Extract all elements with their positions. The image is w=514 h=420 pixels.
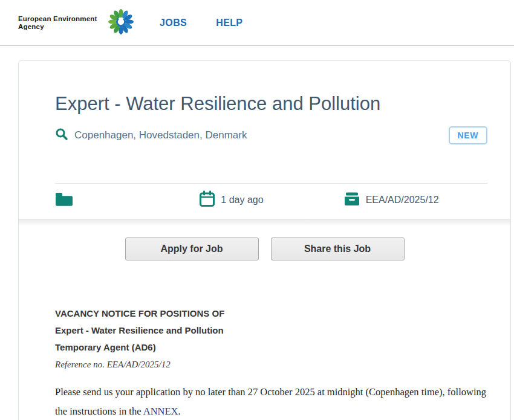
deadline-text-end: . [178,405,181,417]
location-row: Copenhagen, Hovedstaden, Denmark NEW [55,126,487,144]
vacancy-notice-line: VACANCY NOTICE FOR POSITIONS OF [55,305,486,322]
briefcase-icon [343,191,360,209]
posted-ago: 1 day ago [221,195,263,205]
site-header: European Environment Agency JOBS HELP [0,0,514,46]
deadline-paragraph: Please send us your application by no la… [55,383,486,420]
meta-reference: EEA/AD/2025/12 [343,191,487,209]
reference-code: EEA/AD/2025/12 [366,195,439,205]
annex-link[interactable]: ANNEX [143,405,178,417]
eea-logo[interactable]: European Environment Agency [18,7,135,39]
job-card-body: Expert - Water Resilience and Pollution … [19,61,510,215]
job-meta-row: 1 day ago EEA/AD/2025/12 [55,184,487,215]
vacancy-grade-line: Temporary Agent (AD6) [55,339,486,356]
soft-divider-band [19,219,510,225]
status-badge-new: NEW [449,126,487,144]
deadline-text: Please send us your application by no la… [55,386,486,417]
meta-category [55,192,199,209]
job-description: VACANCY NOTICE FOR POSITIONS OF Expert -… [19,260,510,420]
folder-icon [55,192,73,209]
nav-link-help[interactable]: HELP [216,18,242,28]
page-title: Expert - Water Resilience and Pollution [55,91,487,117]
eea-logo-text: European Environment Agency [18,15,104,31]
apply-button[interactable]: Apply for Job [125,237,259,260]
header-nav: JOBS HELP [160,18,242,28]
vacancy-title-line: Expert - Water Resilience and Pollution [55,322,486,339]
meta-posted: 1 day ago [199,190,343,210]
job-location: Copenhagen, Hovedstaden, Denmark [74,129,247,141]
search-icon [55,128,68,143]
eea-emblem-icon [106,7,135,39]
job-card: Expert - Water Resilience and Pollution … [18,60,511,420]
action-buttons: Apply for Job Share this Job [19,237,510,260]
share-button[interactable]: Share this Job [271,237,405,260]
nav-link-jobs[interactable]: JOBS [160,18,187,28]
calendar-icon [199,190,215,210]
reference-line: Reference no. EEA/AD/2025/12 [55,356,486,373]
